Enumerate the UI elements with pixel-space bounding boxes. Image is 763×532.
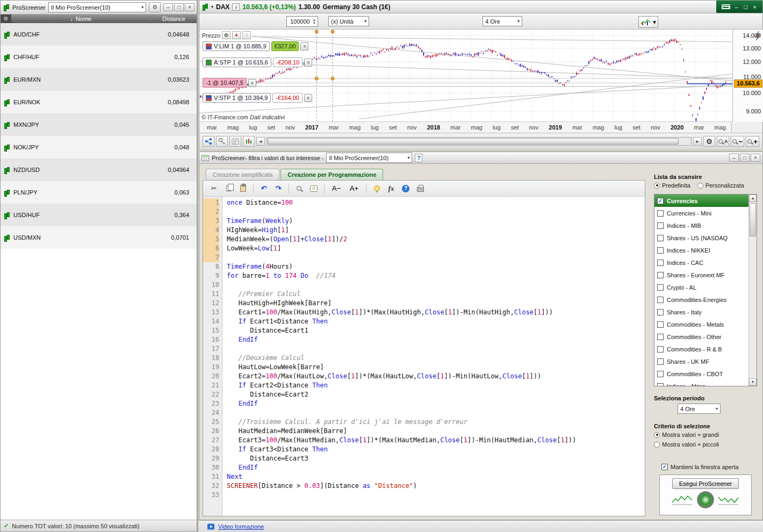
screener-result-row[interactable]: USD/HUF 0,364 (1, 204, 197, 226)
move-pane-icon[interactable]: ↑ (242, 31, 251, 39)
listbox-scrollbar[interactable]: ▲ ▼ (748, 195, 757, 386)
chart-scrollbar-thumb[interactable] (268, 138, 679, 145)
scan-list-item[interactable]: Indices - MIB (654, 219, 748, 232)
code-line[interactable]: TimeFrame(Weekly) (227, 217, 645, 226)
order-pill[interactable]: A:STP 1 @ 10.615,6 (203, 57, 271, 67)
comment-button[interactable]: // (307, 182, 320, 195)
close-button[interactable]: × (185, 3, 195, 11)
copy-button[interactable] (222, 182, 235, 195)
help-icon[interactable]: ? (415, 154, 422, 162)
criteria-radio[interactable]: Mostra valori + grandi (654, 432, 752, 438)
scan-list-item[interactable]: Commodities - Metals (654, 318, 748, 330)
code-line[interactable]: once Distance=100 (227, 198, 645, 207)
wrench-icon[interactable]: ⚙ (222, 31, 231, 39)
maximize-button[interactable]: □ (174, 3, 184, 11)
scan-list-item[interactable]: Commodities - CBOT (654, 368, 748, 380)
order-label[interactable]: V:LIM 1 @ 10.885,9€327,00× (203, 41, 308, 51)
trading-options-button[interactable] (216, 136, 228, 147)
screener-result-row[interactable]: PLN/JPY 0,063 (1, 181, 197, 204)
quantity-input[interactable]: 100000 ▲ ▼ (286, 16, 318, 27)
price-axis[interactable]: 14.00013.00012.00011.00010.0009.00010.56… (732, 30, 763, 122)
scan-list-checkbox[interactable] (657, 371, 664, 377)
keyboard-icon[interactable] (721, 4, 731, 10)
chart-plot-area[interactable]: Prezzo ⚙ + ↑ V:LIM 1 @ 10.885,9€327,00×A… (199, 30, 732, 122)
code-line[interactable]: Ecart2=100/Max(HautLow,Close[1])*(Max(Ha… (227, 372, 645, 381)
scan-list-checkbox[interactable] (657, 260, 664, 266)
code-line[interactable] (227, 491, 645, 500)
screener-result-row[interactable]: AUD/CHF 0,04648 (1, 23, 197, 46)
code-line[interactable]: for barre=1 to 174 Do //174 (227, 271, 645, 281)
period-selector[interactable]: 4 Ore ▾ (678, 404, 721, 414)
code-line[interactable]: Next (227, 472, 645, 481)
code-line[interactable]: EndIf (227, 399, 645, 408)
code-line[interactable] (227, 207, 645, 217)
compare-button[interactable] (243, 136, 255, 147)
code-line[interactable]: TimeFrame(4Hours) (227, 262, 645, 271)
scrollbar-thumb[interactable] (750, 203, 756, 236)
zoom-out-button[interactable]: − (731, 136, 744, 147)
timeframe-selector[interactable]: 4 Ore ▾ (483, 16, 522, 26)
criteria-radio[interactable]: Mostra valori + piccoli (654, 441, 752, 448)
order-label[interactable]: A:STP 1 @ 10.615,6-€208,10× (203, 57, 312, 67)
scan-list-checkbox[interactable] (657, 235, 664, 241)
scan-list-checkbox[interactable] (657, 210, 664, 217)
scan-list-item[interactable]: Currencies - Mini (654, 207, 748, 219)
scan-list-item[interactable]: Indices - CAC (654, 256, 748, 269)
column-header-name[interactable]: ↓ Nome (11, 16, 150, 22)
minimize-button[interactable]: – (729, 154, 739, 162)
redo-button[interactable]: ↷ (272, 182, 285, 195)
decrease-font-button[interactable]: A− (328, 182, 344, 195)
code-line[interactable]: Distance=Ecart3 (227, 454, 645, 463)
code-line[interactable]: If Ecart1<Distance Then (227, 317, 645, 326)
scan-list-item[interactable]: Indices - NIKKEI (654, 244, 748, 256)
chart-settings-button[interactable]: ⚙ (703, 136, 715, 147)
chevron-down-icon[interactable]: ▾ (211, 4, 213, 9)
minimize-button[interactable]: – (733, 3, 740, 11)
scan-list-item[interactable]: Commodities - Other (654, 330, 748, 343)
keep-open-checkbox[interactable]: ✓ (661, 464, 668, 470)
screener-result-row[interactable]: USD/MXN 0,0701 (1, 226, 197, 249)
code-line[interactable] (227, 344, 645, 354)
print-button[interactable] (414, 182, 427, 195)
scan-list-checkbox[interactable] (657, 247, 664, 254)
tab-creazione-semplificata[interactable]: Creazione semplificata (206, 169, 279, 180)
code-line[interactable]: If Ecart3<Distance Then (227, 445, 645, 454)
keep-open-row[interactable]: ✓ Mantieni la finestra aperta (654, 464, 757, 470)
run-proscreener-button[interactable]: Esegui ProScreener (672, 478, 739, 489)
close-order-icon[interactable]: × (304, 59, 312, 67)
code-line[interactable]: Distance=Ecart1 (227, 326, 645, 335)
scroll-right-button[interactable]: ► (693, 137, 702, 146)
code-line[interactable]: HIghWeek=High[1] (227, 226, 645, 235)
code-line[interactable]: HautMedian=MedianWeek[Barre] (227, 427, 645, 436)
scroll-up-button[interactable]: ▲ (749, 195, 757, 202)
list-type-radio[interactable]: Predefinita (654, 182, 690, 189)
scan-list-item[interactable]: Indices - Africa (654, 380, 748, 386)
code-line[interactable]: //Premier Calcul (227, 290, 645, 299)
column-settings-button[interactable]: ⚙ (1, 15, 11, 23)
code-line[interactable]: If Ecart2<Distance Then (227, 381, 645, 390)
share-chart-button[interactable] (203, 136, 214, 147)
close-button[interactable]: × (752, 3, 758, 11)
scan-list-item[interactable]: Shares - UK MF (654, 355, 748, 368)
zoom-in-button[interactable]: + (746, 136, 759, 147)
screener-result-row[interactable]: EUR/MXN 0,03623 (1, 68, 197, 91)
screener-result-row[interactable]: EUR/NOK 0,08498 (1, 91, 197, 113)
code-line[interactable]: HautHigh=HIghWeek[Barre] (227, 299, 645, 308)
scan-list-checkbox[interactable] (657, 309, 664, 315)
position-label[interactable]: -1 @ 10.407,5 (203, 78, 247, 88)
scan-list-checkbox[interactable] (657, 297, 664, 303)
code-editor[interactable]: 1234567891011121314151617181920212223242… (203, 197, 645, 516)
screener-properties-button[interactable]: ⚙ (149, 2, 161, 12)
close-button[interactable]: × (751, 154, 760, 162)
scan-list-item[interactable]: Crypto - AL (654, 281, 748, 293)
scan-list-checkbox[interactable] (657, 321, 664, 328)
zoom-auto-button[interactable]: A (717, 136, 730, 147)
video-training-link[interactable]: Video formazione (218, 523, 264, 530)
cut-button[interactable]: ✂ (207, 182, 220, 195)
editor-screener-selector[interactable]: Il Mio ProScreener(10) ▾ (326, 153, 412, 163)
code-line[interactable]: //Deuxième Calcul (227, 354, 645, 363)
step-down-icon[interactable]: ▼ (313, 21, 316, 25)
code-line[interactable] (227, 253, 645, 262)
scan-list-item[interactable]: Shares - US (NASDAQ (654, 232, 748, 244)
scan-list-checkbox[interactable] (657, 284, 664, 291)
